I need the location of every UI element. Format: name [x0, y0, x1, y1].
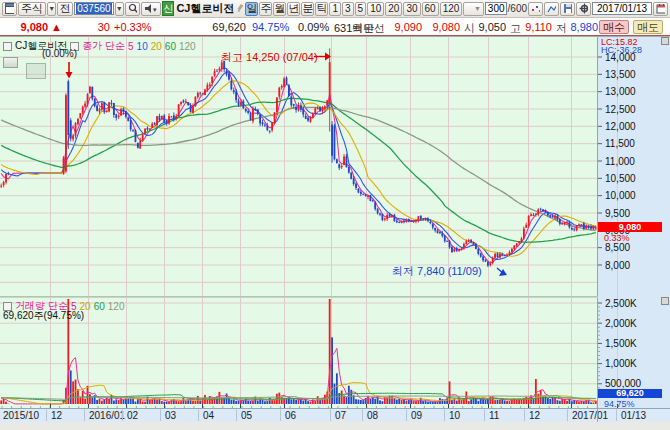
svg-text:2,000K: 2,000K	[605, 318, 637, 329]
current-volume-ratio-label: 94.75%	[604, 399, 635, 409]
current-volume-axis-box: 69,620	[598, 389, 662, 398]
top-toolbar: 주식 ▼ 전 037560 ▼ ▾ 신 CJ헬로비전 일주월년분틱 135102…	[0, 0, 670, 18]
svg-text:9,500: 9,500	[605, 208, 630, 219]
date-input[interactable]: 2017/01/13	[592, 2, 652, 15]
bar-count-max-label: /600	[508, 3, 527, 14]
volume-ratio: 94.75%	[252, 21, 289, 33]
svg-text:04: 04	[203, 410, 215, 421]
open-price: 9,050	[474, 21, 506, 33]
svg-text:08: 08	[367, 410, 379, 421]
period-button-주[interactable]: 주	[259, 2, 272, 16]
current-pct-axis-label: 0.33%	[604, 233, 630, 243]
ma10-label: 10	[137, 41, 148, 52]
svg-text:03: 03	[165, 410, 177, 421]
best-bid: 9,080	[426, 21, 460, 33]
period-button-월[interactable]: 월	[273, 2, 286, 16]
svg-text:2016/01: 2016/01	[89, 410, 126, 421]
svg-text:06: 06	[285, 410, 297, 421]
svg-text:8,500: 8,500	[605, 242, 630, 253]
minute-button-1[interactable]: 1	[329, 2, 341, 16]
stock-warning-badge: 신	[162, 1, 174, 16]
ma20-label: 20	[151, 41, 162, 52]
line-chart-icon[interactable]	[544, 2, 559, 16]
svg-text:12,000: 12,000	[605, 121, 636, 132]
minute-button-10[interactable]: 10	[367, 2, 384, 16]
empty-combo[interactable]: ▼	[463, 2, 484, 16]
ma60-label: 60	[165, 41, 176, 52]
save-icon[interactable]	[560, 2, 575, 16]
current-price: 9,080	[6, 21, 48, 33]
svg-text:13,000: 13,000	[605, 86, 636, 97]
svg-text:10: 10	[449, 410, 461, 421]
checkbox-icon[interactable]	[3, 42, 12, 51]
minute-button-3[interactable]: 3	[342, 2, 354, 16]
legend-ma-type: 종가 단순	[82, 39, 125, 53]
svg-text:11,000: 11,000	[605, 156, 635, 167]
all-market-button[interactable]: 전	[57, 2, 73, 16]
stock-code-value: 037560	[76, 3, 111, 14]
minute-button-60[interactable]: 60	[422, 2, 439, 16]
minute-button-5[interactable]: 5	[355, 2, 367, 16]
day-volume: 69,620	[196, 21, 246, 33]
vma120-label: 120	[108, 301, 125, 312]
svg-text:11: 11	[489, 410, 500, 421]
sell-button[interactable]: 매도	[633, 20, 663, 34]
volume-readout: 69,620주(94.75%)	[3, 309, 84, 323]
minute-button-30[interactable]: 30	[403, 2, 420, 16]
svg-text:1,000K: 1,000K	[605, 358, 637, 369]
svg-text:1,500K: 1,500K	[605, 338, 637, 349]
period-button-일[interactable]: 일	[245, 2, 258, 16]
minute-button-group: 13510203060120	[329, 2, 462, 16]
high-price: 9,110	[520, 21, 552, 33]
svg-text:12: 12	[51, 410, 63, 421]
svg-text:13,500: 13,500	[605, 69, 636, 80]
svg-text:11,500: 11,500	[605, 138, 635, 149]
svg-text:10,000: 10,000	[605, 190, 636, 201]
quote-infobar: 9,080 ▲ 30 +0.33% 69,620 94.75% 0.09% 63…	[0, 18, 670, 36]
code-dropdown-icon[interactable]: ▼	[115, 2, 124, 16]
calendar-icon[interactable]	[653, 2, 668, 16]
svg-text:07: 07	[335, 410, 347, 421]
search-icon[interactable]	[125, 2, 140, 16]
period-button-분[interactable]: 분	[301, 2, 314, 16]
low-price: 8,980	[566, 21, 598, 33]
svg-text:8,000: 8,000	[605, 260, 630, 271]
best-quote-label: 최우선	[352, 21, 385, 36]
svg-text:▾: ▾	[153, 6, 157, 13]
scatter-chart-icon[interactable]	[528, 2, 543, 16]
period-button-틱[interactable]: 틱	[315, 2, 328, 16]
period-high-annotation: 최고 14,250 (07/04)	[221, 50, 318, 65]
asset-type-dropdown-icon[interactable]: ▼	[47, 2, 56, 16]
price-change-pct: +0.33%	[114, 21, 152, 33]
svg-text:2,500K: 2,500K	[605, 298, 637, 309]
vma60-label: 60	[94, 301, 105, 312]
stock-code-input[interactable]: 037560	[74, 2, 113, 15]
asset-type-select[interactable]: 주식	[18, 2, 46, 16]
minute-button-120[interactable]: 120	[440, 2, 463, 16]
ma120-label: 120	[179, 41, 196, 52]
edit-pencil-icon[interactable]	[236, 3, 244, 15]
stock-name: CJ헬로비전	[175, 1, 235, 16]
svg-text:12,500: 12,500	[605, 104, 636, 115]
period-button-년[interactable]: 년	[287, 2, 300, 16]
hc-readout: HC:-36.28	[601, 45, 642, 55]
svg-text:12: 12	[529, 410, 541, 421]
period-button-group: 일주월년분틱	[245, 2, 328, 16]
legend-change-pct: (0.00%)	[42, 48, 77, 59]
bar-count-input[interactable]: 300	[485, 2, 507, 15]
svg-text:05: 05	[241, 410, 253, 421]
period-low-annotation: 최저 7,840 (11/09)	[392, 264, 482, 279]
minute-button-20[interactable]: 20	[385, 2, 402, 16]
up-arrow-icon: ▲	[51, 21, 62, 33]
mini-table-icon[interactable]	[3, 57, 18, 68]
svg-text:02: 02	[127, 410, 139, 421]
sound-icon[interactable]: ▾	[141, 2, 161, 16]
gear-icon[interactable]	[576, 2, 591, 16]
svg-text:2015/10: 2015/10	[3, 410, 40, 421]
svg-text:2017/01: 2017/01	[572, 410, 609, 421]
chart-canvas[interactable]: 14,00013,50013,00012,50012,00011,50011,0…	[0, 0, 670, 430]
best-ask: 9,090	[388, 21, 422, 33]
chart-tool-ghost-icon[interactable]	[26, 63, 46, 79]
buy-button[interactable]: 매수	[599, 20, 629, 34]
chart-window-icon[interactable]	[2, 2, 17, 16]
